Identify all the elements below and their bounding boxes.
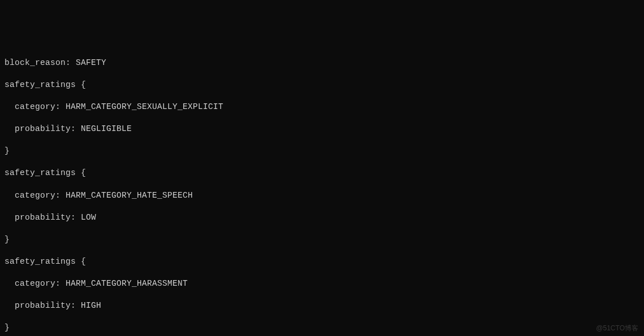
output-line: probability: NEGLIGIBLE — [5, 124, 639, 135]
output-line: category: HARM_CATEGORY_HARASSMENT — [5, 278, 639, 290]
output-line: safety_ratings { — [5, 168, 639, 179]
output-line: safety_ratings { — [5, 80, 639, 91]
output-line: probability: HIGH — [5, 300, 639, 312]
watermark-label: @51CTO博客 — [596, 324, 638, 333]
terminal-output: block_reason: SAFETY safety_ratings { ca… — [5, 46, 639, 336]
output-line: block_reason: SAFETY — [5, 58, 639, 69]
output-line: probability: LOW — [5, 212, 639, 224]
output-line: } — [5, 146, 639, 157]
output-line: } — [5, 322, 639, 334]
output-line: } — [5, 234, 639, 246]
output-line: safety_ratings { — [5, 256, 639, 268]
output-line: category: HARM_CATEGORY_HATE_SPEECH — [5, 190, 639, 202]
output-line: category: HARM_CATEGORY_SEXUALLY_EXPLICI… — [5, 102, 639, 113]
